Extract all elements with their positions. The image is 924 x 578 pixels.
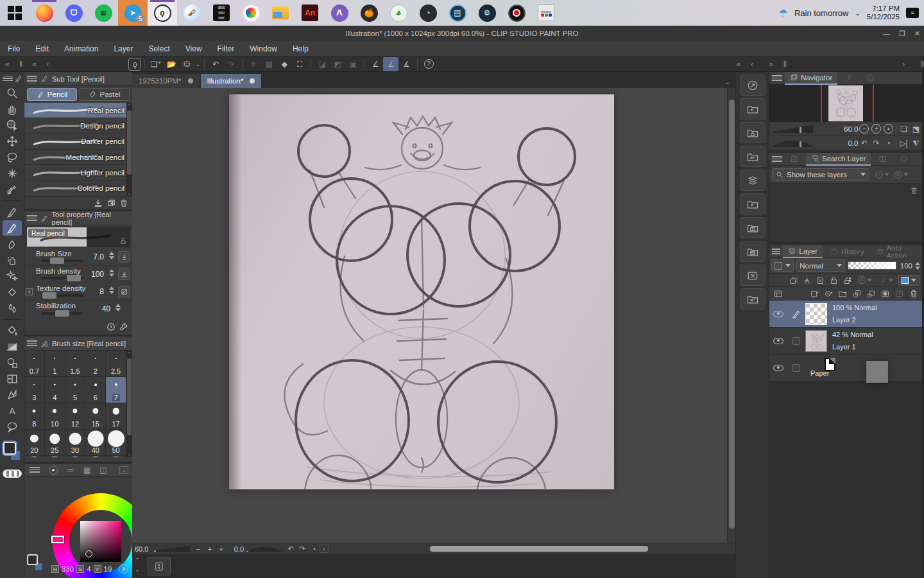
- brush-size-2.5[interactable]: 2.5: [106, 351, 126, 377]
- stabilization-slider[interactable]: [41, 312, 83, 315]
- tab-color-wheel[interactable]: ●: [49, 466, 58, 475]
- delete-subtool-icon[interactable]: [119, 198, 128, 207]
- subtool-scrollbar[interactable]: ⌃⌄: [126, 103, 132, 197]
- tool-palette-menu[interactable]: [3, 74, 13, 83]
- palette-color-combo[interactable]: [771, 259, 794, 272]
- taskbar-app-medibang[interactable]: [236, 0, 266, 26]
- subtool-item-lighter-pencil[interactable]: Lighter pencil: [24, 165, 132, 180]
- enable-mask-icon[interactable]: ✕: [855, 275, 875, 286]
- tab-color-set[interactable]: ▦: [83, 466, 90, 475]
- layer2-thumbnail[interactable]: [805, 303, 827, 325]
- brush-size-5[interactable]: 5: [65, 377, 86, 403]
- stabilization-spinner[interactable]: [116, 304, 121, 311]
- texture-density-slider[interactable]: [41, 294, 83, 297]
- material-folder-3d[interactable]: [740, 288, 766, 310]
- tool-pencil[interactable]: [3, 220, 22, 236]
- brush-density-spinner[interactable]: [109, 269, 114, 277]
- save-button[interactable]: ⛁: [179, 57, 194, 71]
- flip-horizontal-button[interactable]: ▷|: [898, 137, 910, 149]
- menu-select[interactable]: Select: [141, 44, 177, 53]
- crop-selection-icon[interactable]: ◪: [314, 57, 330, 71]
- taskbar-app-fl-studio[interactable]: 🍊: [354, 0, 384, 26]
- lock-transparent-pixels-icon[interactable]: [842, 275, 853, 286]
- tool-eraser[interactable]: [3, 285, 22, 300]
- rotate-reset-button[interactable]: ◔: [308, 545, 320, 553]
- brush-size-4[interactable]: 4: [45, 377, 65, 403]
- paper-thumbnail[interactable]: [866, 361, 888, 383]
- tab-frame[interactable]: [873, 153, 892, 166]
- tool-zoom[interactable]: [3, 85, 22, 101]
- status-zoom-slider[interactable]: [154, 546, 190, 552]
- subtool-panel-menu[interactable]: [27, 74, 37, 83]
- tool-move-layer[interactable]: [3, 134, 22, 149]
- tool-frame-border[interactable]: [3, 371, 22, 387]
- brush-size-large[interactable]: [106, 456, 126, 457]
- brush-size-large[interactable]: [65, 456, 86, 457]
- zoom-out-button[interactable]: −: [193, 545, 204, 553]
- taskbar-app-retro-music[interactable]: dbbmume: [207, 0, 236, 26]
- brush-size-1.5[interactable]: 1.5: [65, 351, 86, 377]
- transform-button[interactable]: ⛶: [292, 57, 307, 71]
- texture-density-spinner[interactable]: [109, 286, 114, 294]
- subtool-item-darker-pencil[interactable]: Darker pencil: [24, 134, 132, 150]
- fit-to-navigator-button[interactable]: ⬔: [910, 123, 922, 135]
- stabilization-value[interactable]: 40: [89, 304, 110, 313]
- dock-arrows-right[interactable]: « ‹ » ‖: [732, 60, 796, 69]
- brush-size-spinner[interactable]: [109, 252, 114, 259]
- fill-selection-icon[interactable]: ◩: [330, 57, 345, 71]
- layer-row-layer2[interactable]: 100 % Normal Layer 2: [769, 301, 922, 328]
- brush-size-large[interactable]: [24, 456, 45, 457]
- undo-button[interactable]: ↶: [208, 57, 223, 71]
- deselect-searched-button[interactable]: ✕: [891, 168, 911, 181]
- dock-collapse-arrows[interactable]: « ‖ « ‹: [0, 60, 58, 69]
- tool-hand[interactable]: [3, 101, 22, 117]
- reselect-button[interactable]: ▩: [261, 57, 277, 71]
- rotate-right-button[interactable]: ↷: [296, 545, 308, 553]
- brush-size-8[interactable]: 8: [24, 403, 45, 430]
- subtool-tab-pencil[interactable]: Pencil: [27, 88, 77, 101]
- taskbar-app-discord[interactable]: ᗜ: [59, 0, 89, 26]
- menu-help[interactable]: Help: [285, 44, 316, 53]
- zoom-in-button[interactable]: +: [204, 545, 216, 553]
- brush-size-slider[interactable]: [41, 259, 83, 262]
- menu-filter[interactable]: Filter: [210, 44, 243, 53]
- taskbar-clock[interactable]: 7:17 PM 5/12/2025: [867, 4, 900, 21]
- draft-layer-icon[interactable]: [814, 275, 826, 286]
- document-tab-2[interactable]: Illustration*: [201, 74, 262, 88]
- subtool-item-real-pencil[interactable]: Real pencil: [24, 103, 132, 118]
- fit-to-screen-button[interactable]: ❏: [898, 123, 910, 135]
- tool-selection[interactable]: [3, 150, 22, 165]
- tool-pen[interactable]: [3, 204, 22, 220]
- layer-checkbox[interactable]: [792, 364, 800, 372]
- apply-mask-button[interactable]: [893, 288, 905, 299]
- tab-search-layer[interactable]: Search Layer: [806, 153, 871, 166]
- opacity-spinner[interactable]: [915, 262, 920, 270]
- notification-icon[interactable]: ≡: [906, 8, 919, 18]
- navigator-zoom-value[interactable]: 60.0: [836, 125, 858, 133]
- brush-size-1[interactable]: 1: [45, 351, 65, 377]
- help-button[interactable]: ?: [421, 57, 436, 71]
- material-downloads[interactable]: [740, 170, 766, 191]
- tab-balloon2[interactable]: [894, 153, 913, 166]
- navigator-zoom-slider[interactable]: [773, 125, 813, 133]
- tool-figure[interactable]: [3, 355, 22, 371]
- tab-layer-property[interactable]: [785, 153, 803, 166]
- tab-navigator[interactable]: Navigator: [785, 72, 837, 85]
- tool-decoration[interactable]: [3, 268, 22, 284]
- rotate-left-button[interactable]: ↶: [285, 545, 296, 553]
- tab-auto-action[interactable]: Auto Action: [872, 245, 922, 258]
- taskbar-app-adobe-animate[interactable]: An: [295, 0, 325, 26]
- import-subtool-icon[interactable]: [94, 198, 103, 207]
- color-panel-menu[interactable]: [30, 466, 40, 475]
- tool-polyline[interactable]: [3, 387, 22, 403]
- taskbar-app-video[interactable]: ▤: [443, 0, 472, 26]
- status-rotation-slider[interactable]: [246, 546, 282, 552]
- material-folder-color-pattern[interactable]: [740, 98, 766, 119]
- snap-ruler-button[interactable]: ∠: [368, 57, 383, 71]
- layer-visibility-icon[interactable]: [773, 311, 783, 317]
- canvas-horizontal-scrollbar[interactable]: [430, 546, 648, 552]
- reference-layer-icon[interactable]: [801, 275, 812, 286]
- maximize-button[interactable]: ❐: [899, 30, 905, 38]
- new-raster-layer-button[interactable]: [809, 288, 821, 299]
- tab-color-slider[interactable]: ≔: [67, 466, 74, 475]
